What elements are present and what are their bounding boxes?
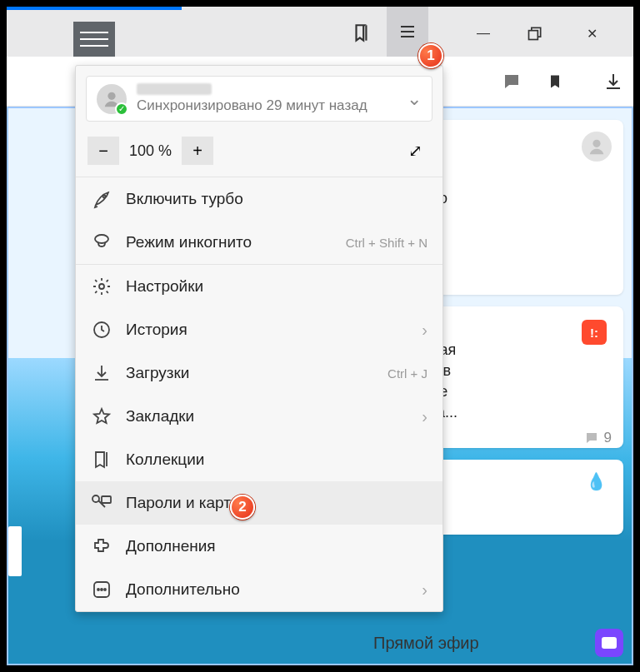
- active-tab-indicator: [7, 7, 182, 10]
- menu-label: Пароли и карты: [126, 494, 428, 512]
- raindrop-icon: 💧: [586, 471, 607, 491]
- menu-label: Включить турбо: [126, 190, 428, 208]
- menu-item-passwords[interactable]: Пароли и карты: [76, 481, 442, 525]
- menu-label: Закладки: [126, 407, 408, 426]
- download-icon: [91, 362, 112, 384]
- svg-point-5: [592, 140, 600, 147]
- kinopoisk-badge-icon: !:: [582, 320, 607, 345]
- menu-item-turbo[interactable]: Включить турбо: [76, 177, 442, 221]
- chevron-right-icon: ›: [422, 321, 428, 340]
- zoom-in-button[interactable]: +: [182, 137, 213, 165]
- menu-label: Режим инкогнито: [126, 233, 332, 251]
- menu-item-bookmarks[interactable]: Закладки ›: [76, 395, 442, 438]
- user-avatar-icon: [582, 132, 612, 162]
- svg-point-7: [103, 196, 106, 198]
- zoom-out-button[interactable]: −: [88, 137, 119, 165]
- menu-item-incognito[interactable]: Режим инкогнито Ctrl + Shift + N: [76, 221, 442, 264]
- window-titlebar: — ✕: [7, 7, 633, 57]
- window-maximize-button[interactable]: [518, 17, 552, 50]
- chevron-right-icon: ›: [422, 407, 428, 426]
- comment-number: 9: [604, 430, 612, 446]
- svg-point-8: [99, 284, 104, 289]
- live-badge-icon: [595, 629, 623, 657]
- live-row[interactable]: Прямой эфир: [373, 629, 623, 657]
- window-close-button[interactable]: ✕: [575, 17, 608, 50]
- account-row[interactable]: ✓ Синхронизировано 29 минут назад ⌄: [86, 76, 432, 122]
- svg-point-14: [101, 589, 102, 590]
- incognito-icon: [91, 231, 112, 253]
- shortcut-hint: Ctrl + Shift + N: [346, 236, 428, 250]
- window-minimize-button[interactable]: —: [467, 17, 500, 50]
- gear-icon: [91, 276, 112, 297]
- menu-item-downloads[interactable]: Загрузки Ctrl + J: [76, 351, 442, 395]
- bookmark-icon[interactable]: [540, 67, 570, 97]
- rocket-icon: [91, 188, 112, 210]
- account-avatar-icon: ✓: [97, 84, 127, 114]
- shortcut-hint: Ctrl + J: [388, 366, 428, 381]
- more-icon: [91, 579, 112, 600]
- svg-rect-11: [102, 496, 111, 503]
- bookmarks-bar-icon[interactable]: [345, 17, 378, 50]
- menu-label: История: [126, 321, 408, 339]
- menu-label: Дополнения: [126, 537, 428, 555]
- zoom-controls: − 100 % + ⤢: [76, 132, 442, 177]
- menu-label: Загрузки: [126, 364, 374, 382]
- star-icon: [91, 406, 112, 427]
- svg-point-15: [104, 589, 106, 590]
- sync-status: Синхронизировано 29 минут назад: [137, 97, 368, 114]
- menu-label: Настройки: [126, 277, 428, 296]
- sidebar-comments-icon[interactable]: [497, 67, 527, 97]
- puzzle-icon: [91, 535, 112, 557]
- annotation-badge-2: 2: [230, 495, 255, 520]
- main-menu-panel: ✓ Синхронизировано 29 минут назад ⌄ − 10…: [75, 65, 443, 612]
- tab-menu-button[interactable]: [73, 22, 115, 57]
- fullscreen-button[interactable]: ⤢: [399, 137, 431, 165]
- menu-item-settings[interactable]: Настройки: [76, 265, 442, 308]
- live-label: Прямой эфир: [373, 634, 479, 653]
- clock-icon: [91, 319, 112, 341]
- key-card-icon: [91, 492, 112, 514]
- menu-item-history[interactable]: История ›: [76, 308, 442, 351]
- menu-label: Дополнительно: [126, 580, 408, 599]
- downloads-icon[interactable]: [598, 67, 628, 97]
- svg-point-13: [98, 589, 99, 590]
- menu-item-collections[interactable]: Коллекции: [76, 438, 442, 481]
- svg-point-6: [108, 92, 115, 99]
- chevron-down-icon[interactable]: ⌄: [407, 88, 422, 110]
- menu-item-addons[interactable]: Дополнения: [76, 525, 442, 568]
- annotation-badge-1: 1: [418, 43, 443, 68]
- menu-label: Коллекции: [126, 450, 428, 469]
- menu-item-more[interactable]: Дополнительно ›: [76, 568, 442, 611]
- svg-rect-4: [529, 31, 538, 40]
- chevron-right-icon: ›: [422, 580, 428, 600]
- account-name-blurred: [137, 83, 212, 95]
- widget-edge: [8, 526, 22, 576]
- zoom-value: 100 %: [126, 142, 175, 160]
- comment-count[interactable]: 9: [584, 430, 612, 446]
- collections-icon: [91, 449, 112, 470]
- sync-ok-icon: ✓: [115, 102, 128, 116]
